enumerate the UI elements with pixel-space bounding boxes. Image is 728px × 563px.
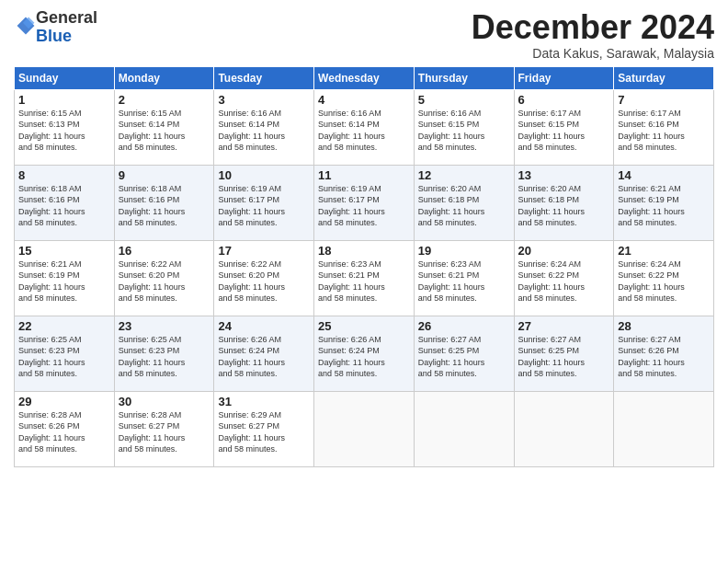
calendar-cell: 15 Sunrise: 6:21 AM Sunset: 6:19 PM Dayl… (15, 240, 115, 316)
day-info: Sunrise: 6:21 AM Sunset: 6:19 PM Dayligh… (618, 184, 685, 228)
day-info: Sunrise: 6:25 AM Sunset: 6:23 PM Dayligh… (18, 335, 85, 379)
calendar-cell: 12 Sunrise: 6:20 AM Sunset: 6:18 PM Dayl… (414, 165, 514, 240)
logo-blue-text: Blue (36, 27, 72, 45)
calendar-cell: 18 Sunrise: 6:23 AM Sunset: 6:21 PM Dayl… (314, 240, 415, 316)
col-header-wednesday: Wednesday (314, 66, 415, 89)
calendar-cell (314, 391, 415, 466)
logo-icon (16, 16, 36, 36)
calendar-cell: 22 Sunrise: 6:25 AM Sunset: 6:23 PM Dayl… (15, 316, 115, 391)
calendar-cell: 20 Sunrise: 6:24 AM Sunset: 6:22 PM Dayl… (514, 240, 614, 316)
day-number: 17 (218, 244, 310, 258)
day-number: 30 (119, 395, 210, 408)
day-info: Sunrise: 6:28 AM Sunset: 6:26 PM Dayligh… (18, 410, 85, 454)
day-number: 23 (119, 319, 210, 333)
day-info: Sunrise: 6:22 AM Sunset: 6:20 PM Dayligh… (119, 259, 186, 304)
col-header-tuesday: Tuesday (214, 66, 314, 89)
day-info: Sunrise: 6:23 AM Sunset: 6:21 PM Dayligh… (418, 259, 485, 304)
day-info: Sunrise: 6:23 AM Sunset: 6:21 PM Dayligh… (318, 259, 385, 304)
calendar-cell: 14 Sunrise: 6:21 AM Sunset: 6:19 PM Dayl… (614, 165, 714, 240)
calendar-table: SundayMondayTuesdayWednesdayThursdayFrid… (14, 66, 714, 467)
calendar-week-4: 22 Sunrise: 6:25 AM Sunset: 6:23 PM Dayl… (15, 316, 714, 391)
day-number: 21 (618, 244, 710, 258)
day-info: Sunrise: 6:21 AM Sunset: 6:19 PM Dayligh… (18, 259, 85, 304)
calendar-week-2: 8 Sunrise: 6:18 AM Sunset: 6:16 PM Dayli… (15, 165, 714, 240)
calendar-cell: 24 Sunrise: 6:26 AM Sunset: 6:24 PM Dayl… (214, 316, 314, 391)
calendar-cell (614, 391, 714, 466)
day-number: 27 (518, 319, 610, 333)
day-info: Sunrise: 6:27 AM Sunset: 6:25 PM Dayligh… (518, 335, 586, 379)
calendar-cell: 4 Sunrise: 6:16 AM Sunset: 6:14 PM Dayli… (314, 89, 415, 165)
calendar-cell: 8 Sunrise: 6:18 AM Sunset: 6:16 PM Dayli… (15, 165, 115, 240)
day-number: 5 (418, 93, 510, 107)
calendar-cell: 28 Sunrise: 6:27 AM Sunset: 6:26 PM Dayl… (614, 316, 714, 391)
day-info: Sunrise: 6:28 AM Sunset: 6:27 PM Dayligh… (119, 410, 186, 454)
day-number: 14 (618, 168, 710, 182)
page-container: General Blue December 2024 Data Kakus, S… (0, 0, 728, 477)
day-info: Sunrise: 6:20 AM Sunset: 6:18 PM Dayligh… (418, 184, 485, 228)
day-number: 22 (18, 319, 110, 333)
day-number: 4 (318, 93, 410, 107)
day-info: Sunrise: 6:29 AM Sunset: 6:27 PM Dayligh… (218, 410, 285, 454)
subtitle: Data Kakus, Sarawak, Malaysia (472, 46, 714, 61)
calendar-cell: 10 Sunrise: 6:19 AM Sunset: 6:17 PM Dayl… (214, 165, 314, 240)
day-info: Sunrise: 6:25 AM Sunset: 6:23 PM Dayligh… (119, 335, 186, 379)
day-number: 15 (18, 244, 110, 258)
day-number: 26 (418, 319, 510, 333)
day-info: Sunrise: 6:18 AM Sunset: 6:16 PM Dayligh… (18, 184, 85, 228)
day-number: 1 (18, 93, 110, 107)
calendar-cell: 26 Sunrise: 6:27 AM Sunset: 6:25 PM Dayl… (414, 316, 514, 391)
calendar-cell: 31 Sunrise: 6:29 AM Sunset: 6:27 PM Dayl… (214, 391, 314, 466)
day-info: Sunrise: 6:26 AM Sunset: 6:24 PM Dayligh… (318, 335, 385, 379)
day-number: 6 (518, 93, 610, 107)
day-number: 25 (318, 319, 410, 333)
day-number: 29 (18, 395, 110, 408)
page-header: General Blue December 2024 Data Kakus, S… (14, 9, 714, 61)
calendar-cell (514, 391, 614, 466)
calendar-cell: 13 Sunrise: 6:20 AM Sunset: 6:18 PM Dayl… (514, 165, 614, 240)
col-header-friday: Friday (514, 66, 614, 89)
day-info: Sunrise: 6:17 AM Sunset: 6:15 PM Dayligh… (518, 109, 586, 153)
calendar-cell: 9 Sunrise: 6:18 AM Sunset: 6:16 PM Dayli… (114, 165, 214, 240)
calendar-cell: 17 Sunrise: 6:22 AM Sunset: 6:20 PM Dayl… (214, 240, 314, 316)
day-number: 19 (418, 244, 510, 258)
col-header-thursday: Thursday (414, 66, 514, 89)
logo: General Blue (14, 9, 97, 46)
day-number: 3 (218, 93, 310, 107)
calendar-cell: 23 Sunrise: 6:25 AM Sunset: 6:23 PM Dayl… (114, 316, 214, 391)
calendar-cell: 25 Sunrise: 6:26 AM Sunset: 6:24 PM Dayl… (314, 316, 415, 391)
day-number: 28 (618, 319, 710, 333)
day-number: 10 (218, 168, 310, 182)
calendar-week-1: 1 Sunrise: 6:15 AM Sunset: 6:13 PM Dayli… (15, 89, 714, 165)
calendar-cell: 16 Sunrise: 6:22 AM Sunset: 6:20 PM Dayl… (114, 240, 214, 316)
day-number: 24 (218, 319, 310, 333)
day-number: 2 (119, 93, 210, 107)
day-number: 7 (618, 93, 710, 107)
calendar-cell: 3 Sunrise: 6:16 AM Sunset: 6:14 PM Dayli… (214, 89, 314, 165)
calendar-cell: 2 Sunrise: 6:15 AM Sunset: 6:14 PM Dayli… (114, 89, 214, 165)
day-number: 9 (119, 168, 210, 182)
col-header-sunday: Sunday (15, 66, 115, 89)
day-number: 12 (418, 168, 510, 182)
day-info: Sunrise: 6:24 AM Sunset: 6:22 PM Dayligh… (518, 259, 586, 304)
day-number: 18 (318, 244, 410, 258)
calendar-cell: 19 Sunrise: 6:23 AM Sunset: 6:21 PM Dayl… (414, 240, 514, 316)
calendar-cell: 11 Sunrise: 6:19 AM Sunset: 6:17 PM Dayl… (314, 165, 415, 240)
day-info: Sunrise: 6:20 AM Sunset: 6:18 PM Dayligh… (518, 184, 586, 228)
day-number: 11 (318, 168, 410, 182)
day-number: 8 (18, 168, 110, 182)
day-info: Sunrise: 6:22 AM Sunset: 6:20 PM Dayligh… (218, 259, 285, 304)
month-title: December 2024 (472, 9, 714, 46)
calendar-cell: 1 Sunrise: 6:15 AM Sunset: 6:13 PM Dayli… (15, 89, 115, 165)
calendar-cell: 27 Sunrise: 6:27 AM Sunset: 6:25 PM Dayl… (514, 316, 614, 391)
logo-general-text: General (36, 8, 97, 27)
day-number: 13 (518, 168, 610, 182)
day-info: Sunrise: 6:15 AM Sunset: 6:14 PM Dayligh… (119, 109, 186, 153)
col-header-saturday: Saturday (614, 66, 714, 89)
calendar-cell: 5 Sunrise: 6:16 AM Sunset: 6:15 PM Dayli… (414, 89, 514, 165)
title-block: December 2024 Data Kakus, Sarawak, Malay… (472, 9, 714, 61)
day-info: Sunrise: 6:16 AM Sunset: 6:14 PM Dayligh… (318, 109, 385, 153)
day-info: Sunrise: 6:15 AM Sunset: 6:13 PM Dayligh… (18, 109, 85, 153)
day-number: 31 (218, 395, 310, 408)
day-info: Sunrise: 6:16 AM Sunset: 6:15 PM Dayligh… (418, 109, 485, 153)
day-info: Sunrise: 6:19 AM Sunset: 6:17 PM Dayligh… (318, 184, 385, 228)
